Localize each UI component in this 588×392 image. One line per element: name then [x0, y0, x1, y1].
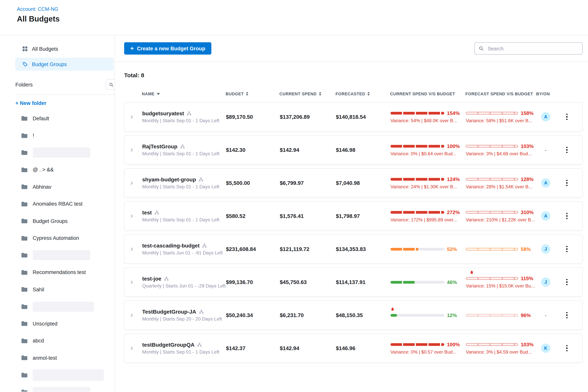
search-box[interactable]	[474, 42, 582, 54]
current-variance: Variance: 24% | $1.30K over B...	[390, 184, 466, 190]
owner-avatar[interactable]: A	[541, 211, 550, 220]
sidebar-item-budget-groups[interactable]: Budget Groups	[15, 58, 114, 71]
folders-header: Folders	[15, 79, 115, 95]
budget-group-name[interactable]: TestBudgetGroup-JA	[142, 308, 196, 315]
folder-icon	[21, 133, 28, 138]
row-expand-chevron[interactable]	[129, 346, 134, 351]
search-input[interactable]	[487, 45, 578, 52]
sidebar-item-all-budgets[interactable]: All Budgets	[15, 42, 114, 55]
forecasted-amount: $7,040.98	[336, 180, 390, 186]
forecast-variance: Variance: 28% | $1.54K over B...	[466, 184, 536, 190]
budget-group-name[interactable]: test-joe	[142, 276, 162, 282]
page-title: All Budgets	[17, 14, 588, 24]
row-menu-button[interactable]	[565, 310, 569, 320]
current-vs-budget-pct: 154%	[447, 110, 460, 116]
current-variance: Variance: 172% | $995.89 over...	[390, 217, 466, 222]
budget-group-name[interactable]: test	[142, 210, 152, 216]
folder-item[interactable]: !	[8, 127, 114, 144]
column-header-forecast-vs-budget: FORECAST SPEND V/S BUDGET	[466, 92, 536, 96]
folder-item[interactable]: Abhinav	[8, 178, 114, 196]
row-expand-chevron[interactable]	[129, 180, 134, 186]
current-vs-budget-pct: 272%	[447, 210, 460, 215]
budget-group-name[interactable]: shyam-budget-group	[142, 176, 196, 182]
budget-group-name[interactable]: test-cascading-budget	[142, 242, 200, 249]
current-vs-budget-bar	[390, 145, 444, 148]
new-folder-button[interactable]: + New folder	[15, 100, 114, 106]
budget-amount: $231,608.84	[226, 246, 280, 252]
column-header-forecasted[interactable]: FORECASTED	[336, 92, 390, 96]
table-row[interactable]: test Monthly | Starts Sep 01 - 1 Days Le…	[124, 202, 582, 230]
sort-icon[interactable]	[368, 92, 370, 96]
current-variance: Variance: 0% | $0.64 over Bud...	[390, 151, 466, 156]
row-expand-chevron[interactable]	[129, 214, 134, 218]
budget-amount: $580.52	[226, 213, 280, 219]
table-row[interactable]: budgetsuryatest Monthly | Starts Sep 01 …	[124, 102, 582, 132]
current-spend-amount: $6,231.70	[280, 312, 336, 318]
row-menu-button[interactable]	[565, 145, 569, 155]
table-row[interactable]: shyam-budget-group Monthly | Starts Sep …	[124, 168, 582, 198]
current-spend-amount: $6,799.97	[280, 180, 336, 186]
group-hierarchy-icon	[202, 243, 207, 248]
alert-bell-icon	[470, 270, 474, 274]
table-row[interactable]: test-cascading-budget Monthly | Starts J…	[124, 234, 582, 264]
current-vs-budget-bar	[390, 211, 444, 214]
budget-group-name[interactable]: budgetsuryatest	[142, 110, 184, 116]
folder-item[interactable]	[8, 298, 114, 315]
folder-item[interactable]: Cypress Automation	[8, 230, 114, 247]
owner-avatar[interactable]: A	[541, 112, 550, 122]
sort-icon[interactable]	[319, 92, 321, 96]
row-expand-chevron[interactable]	[129, 148, 134, 152]
folder-item[interactable]: @ . > &&	[8, 161, 114, 178]
folder-item[interactable]: Recommendations test	[8, 264, 114, 281]
folder-item[interactable]	[8, 144, 114, 161]
row-menu-button[interactable]	[565, 178, 569, 188]
folder-item[interactable]: anmol-test	[8, 349, 114, 366]
column-header-current-spend[interactable]: CURRENT SPEND	[280, 92, 336, 96]
owner-avatar[interactable]: A	[541, 178, 550, 188]
owner-avatar[interactable]: K	[541, 344, 550, 353]
forecasted-amount: $140,818.54	[336, 114, 390, 120]
folder-item[interactable]: Anomalies RBAC test	[8, 196, 114, 212]
owner-avatar[interactable]: J	[541, 244, 550, 254]
page-header: Account: CCM-NG All Budgets	[0, 0, 588, 35]
row-expand-chevron[interactable]	[129, 114, 134, 119]
folder-item[interactable]	[8, 366, 114, 384]
column-header-budget[interactable]: BUDGET	[226, 92, 280, 96]
forecasted-amount: $1,798.97	[336, 213, 390, 219]
row-menu-button[interactable]	[565, 244, 569, 254]
folder-item[interactable]: Unscripted	[8, 315, 114, 332]
redacted-folder-label	[33, 250, 90, 260]
folder-item[interactable]: Budget Groups	[8, 212, 114, 230]
folder-item[interactable]: abcd	[8, 332, 114, 349]
create-budget-group-button[interactable]: + Create a new Budget Group	[124, 42, 211, 54]
budget-group-name[interactable]: RajTestGroup	[142, 143, 177, 150]
folder-label: Sahil	[33, 287, 44, 292]
row-menu-button[interactable]	[565, 112, 569, 122]
sort-icon[interactable]	[246, 92, 248, 96]
forecasted-amount: $134,353.83	[336, 246, 390, 252]
folder-item[interactable]	[8, 247, 114, 264]
account-breadcrumb-link[interactable]: Account: CCM-NG	[17, 6, 588, 12]
owner-avatar[interactable]: J	[541, 278, 550, 287]
row-menu-button[interactable]	[565, 211, 569, 221]
table-row[interactable]: RajTestGroup Monthly | Starts Sep 01 - 1…	[124, 135, 582, 164]
column-header-name[interactable]: NAME	[142, 92, 226, 96]
budget-group-name[interactable]: testBudgetGroupQA	[142, 342, 194, 348]
row-menu-button[interactable]	[565, 278, 569, 287]
table-row[interactable]: TestBudgetGroup-JA Monthly | Starts Sep …	[124, 300, 582, 330]
row-expand-chevron[interactable]	[129, 246, 134, 252]
folder-item[interactable]	[8, 384, 114, 392]
folder-search-button[interactable]	[106, 79, 115, 90]
forecast-vs-budget-bar	[466, 343, 518, 346]
budget-amount: $50,240.34	[226, 312, 280, 318]
row-expand-chevron[interactable]	[129, 313, 134, 318]
folder-item[interactable]: Default	[8, 110, 114, 127]
folder-item[interactable]: Sahil	[8, 281, 114, 298]
folder-icon	[21, 150, 28, 156]
table-row[interactable]: test-joe Quarterly | Starts Jun 01 - -29…	[124, 268, 582, 297]
table-row[interactable]: testBudgetGroupQA Monthly | Starts Sep 0…	[124, 334, 582, 363]
row-expand-chevron[interactable]	[129, 280, 134, 284]
row-menu-button[interactable]	[565, 344, 569, 353]
group-hierarchy-icon	[199, 309, 204, 314]
folder-label: abcd	[33, 338, 44, 344]
